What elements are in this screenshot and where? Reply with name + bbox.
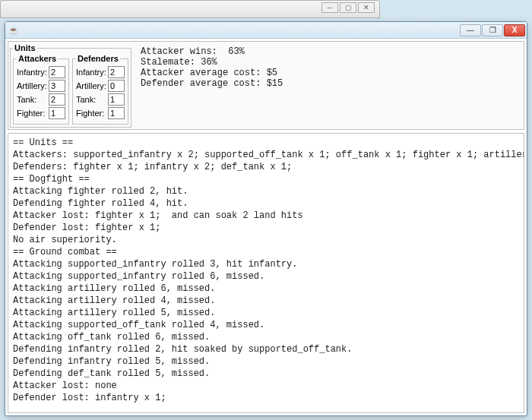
bg-close-button[interactable]: ✕ [358,2,375,13]
attackers-fighter-label: Fighter: [17,109,49,118]
defenders-infantry-input[interactable] [108,66,125,78]
java-icon: ☕ [8,25,19,36]
defenders-fieldset: Defenders Infantry: Artillery: Tank: [72,54,128,125]
defenders-artillery-label: Artillery: [76,81,108,90]
attackers-fieldset: Attackers Infantry: Artillery: Tank: [13,54,69,125]
stats-panel: Attacker wins: 63% Stalemate: 36% Attack… [136,43,522,128]
combat-log: == Units == Attackers: supported_infantr… [8,133,524,413]
titlebar[interactable]: ☕ — ❐ X [5,22,527,39]
main-window: ☕ — ❐ X Units Attackers Infantry: Artill… [5,21,527,416]
defenders-legend: Defenders [76,54,120,63]
minimize-button[interactable]: — [460,24,481,36]
attackers-tank-input[interactable] [49,93,65,106]
top-panel: Units Attackers Infantry: Artillery: [8,41,524,130]
units-legend: Units [13,43,37,52]
defenders-infantry-label: Infantry: [76,68,108,77]
content-area: Units Attackers Infantry: Artillery: [5,39,527,415]
attackers-infantry-label: Infantry: [17,68,49,77]
defenders-tank-label: Tank: [76,95,108,104]
attackers-artillery-input[interactable] [49,80,65,92]
attackers-tank-label: Tank: [17,95,49,104]
background-window-stub: ─ ▢ ✕ [0,0,380,18]
close-button[interactable]: X [504,24,525,36]
defenders-artillery-input[interactable] [108,80,125,92]
bg-maximize-button[interactable]: ▢ [340,2,356,13]
maximize-button[interactable]: ❐ [482,24,503,36]
defenders-fighter-input[interactable] [108,107,125,119]
attackers-fighter-input[interactable] [49,107,65,119]
units-fieldset: Units Attackers Infantry: Artillery: [10,43,131,128]
defenders-fighter-label: Fighter: [76,109,108,118]
attackers-infantry-input[interactable] [49,66,65,78]
defenders-tank-input[interactable] [108,93,125,106]
bg-minimize-button[interactable]: ─ [321,2,338,13]
attackers-legend: Attackers [17,54,58,63]
attackers-artillery-label: Artillery: [17,81,49,90]
